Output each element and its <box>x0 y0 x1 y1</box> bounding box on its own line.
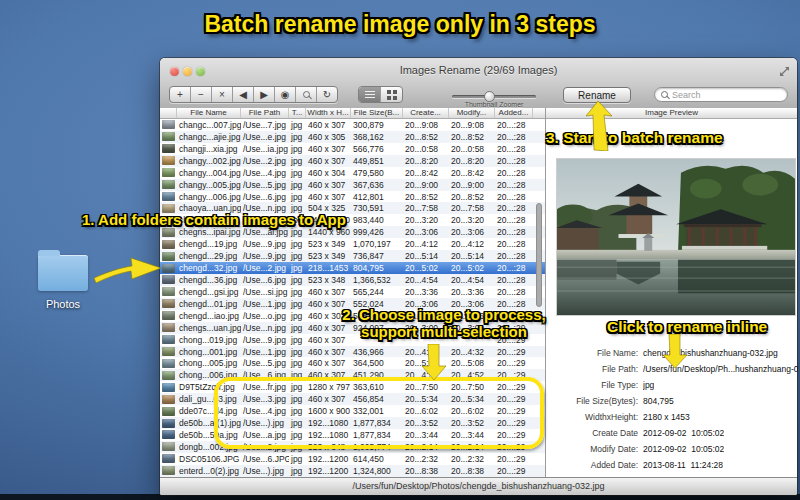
add-button[interactable]: + <box>170 87 191 102</box>
table-row[interactable]: changy...004.jpg/Use...4.jpgjpg460 x 304… <box>160 167 545 179</box>
table-row[interactable]: chong...001.jpg/Use...1.jpgjpg460 x 3074… <box>160 346 545 358</box>
detail-row: File Type:jpg <box>546 377 798 393</box>
detail-label: Added Date: <box>546 460 638 470</box>
cell-dims: 460 x 307 <box>306 155 351 167</box>
photos-folder-icon[interactable] <box>38 255 88 291</box>
status-bar: /Users/fun/Desktop/Photos/chengde_bishus… <box>160 477 797 495</box>
table-scrollbar[interactable] <box>536 203 542 307</box>
cell-create: 20...3:20 <box>403 214 449 226</box>
arrow-down-icon <box>422 344 446 380</box>
cell-name: chong...019.jpg <box>177 334 241 346</box>
grid-view-button[interactable] <box>381 87 402 102</box>
detail-row: Modify Date:2012-09-02 10:05:02 <box>546 441 798 457</box>
next-button[interactable]: ▶ <box>254 87 275 102</box>
column-header-0[interactable] <box>160 108 177 118</box>
cell-type: jpg <box>289 191 306 203</box>
previous-button[interactable]: ◀ <box>233 87 254 102</box>
photos-folder-label: Photos <box>18 298 108 310</box>
cell-type: jpg <box>289 334 306 346</box>
cell-name: chengd...01.jpg <box>177 298 241 310</box>
cell-modify: 20...9:00 <box>449 179 495 191</box>
cell-size: 436,966 <box>351 346 403 358</box>
table-row[interactable]: chengd...29.jpg/Use...9.jpgjpg523 x 3497… <box>160 250 545 262</box>
table-row[interactable]: changc...007.jpg/Use...7.jpgjpg460 x 307… <box>160 119 545 131</box>
cell-size: 449,851 <box>351 155 403 167</box>
cell-added: 20...:28 <box>495 131 533 143</box>
table-row[interactable]: chegns...ipai.jpg/Use...ai.jpgjpg1440 x … <box>160 226 545 238</box>
table-row[interactable]: enterd...0(2).jpg/Use...).jpgjpg192...12… <box>160 465 545 477</box>
cell-size: 566,776 <box>351 143 403 155</box>
cell-added: 20...:28 <box>495 179 533 191</box>
table-row[interactable]: chengd...36.jpg/Use...6.jpgjpg523 x 3481… <box>160 274 545 286</box>
table-row[interactable]: changy...006.jpg/Use...6.jpgjpg460 x 307… <box>160 191 545 203</box>
column-header-2[interactable]: File Path <box>241 108 289 118</box>
row-thumbnail <box>160 381 177 393</box>
cell-type: jpg <box>289 179 306 191</box>
column-header-1[interactable]: File Name <box>177 108 241 118</box>
cell-name: changc...007.jpg <box>177 119 241 131</box>
table-row[interactable]: chengd...32.jpg/Use...2.jpgjpg218...1453… <box>160 262 545 274</box>
cell-create: 20...3:06 <box>403 226 449 238</box>
cell-path: /Use...9.jpg <box>241 238 289 250</box>
cell-dims: 523 x 349 <box>306 250 351 262</box>
cell-added: 20...:28 <box>495 167 533 179</box>
search-input[interactable] <box>672 90 772 100</box>
column-header-6[interactable]: Create... <box>403 108 449 118</box>
column-header-4[interactable]: Width x H... <box>306 108 351 118</box>
cell-size: 367,636 <box>351 179 403 191</box>
cell-path: /Use...6.jpg <box>241 191 289 203</box>
table-row[interactable]: chengd...gsi.jpg/Use...si.jpgjpg460 x 30… <box>160 286 545 298</box>
cell-added: 20...:28 <box>495 214 533 226</box>
delete-button[interactable]: × <box>212 87 233 102</box>
row-thumbnail <box>160 369 177 381</box>
table-row[interactable]: chengd...19.jpg/Use...9.jpgjpg523 x 3491… <box>160 238 545 250</box>
cell-modify: 20...5:08 <box>449 357 495 369</box>
cell-create: 20...8:52 <box>403 191 449 203</box>
cell-type: jpg <box>289 155 306 167</box>
cell-dims: 218...1453 <box>306 262 351 274</box>
cell-size: 300,879 <box>351 119 403 131</box>
detail-label: File Name: <box>546 348 638 358</box>
cell-path: /Use...5.jpg <box>241 179 289 191</box>
cell-create: 20...8:20 <box>403 155 449 167</box>
annotation-rename-inline: Click to rename inline <box>607 318 767 336</box>
cell-name: changy...002.jpg <box>177 155 241 167</box>
cell-added: 20...:28 <box>495 155 533 167</box>
title-bar[interactable]: Images Rename (29/69 Images) <box>160 58 797 84</box>
table-row[interactable]: changc...ajie.jpg/Use...e.jpgjpg460 x 30… <box>160 131 545 143</box>
column-header-8[interactable]: Added... <box>495 108 533 118</box>
search-icon <box>661 91 668 98</box>
column-header-3[interactable]: T... <box>289 108 306 118</box>
cell-path: /Use...2.jpg <box>241 155 289 167</box>
fullscreen-icon[interactable] <box>779 66 790 77</box>
search-field[interactable] <box>654 87 788 102</box>
annotation-step2: 2. Choose image to process, support mult… <box>338 306 550 340</box>
table-row[interactable]: changy...005.jpg/Use...5.jpgjpg460 x 307… <box>160 179 545 191</box>
cell-modify: 20...5:02 <box>449 262 495 274</box>
cell-size: 412,801 <box>351 191 403 203</box>
table-row[interactable]: DSC05106.JPG/Use...6.JPGjpg192...1200614… <box>160 453 545 465</box>
cell-type: jpg <box>289 274 306 286</box>
table-row[interactable]: chong...005.jpg/Use...5.jpgjpg460 x 3073… <box>160 357 545 369</box>
cell-size: 364,500 <box>351 357 403 369</box>
refresh-button[interactable]: ↻ <box>317 87 337 102</box>
cell-create: 20...2:32 <box>403 453 449 465</box>
row-thumbnail <box>160 334 177 346</box>
detail-label: File Type: <box>546 380 638 390</box>
cell-modify: 20...4:54 <box>449 274 495 286</box>
preview-button[interactable]: ◉ <box>275 87 296 102</box>
list-view-button[interactable] <box>359 87 381 102</box>
cell-path: /Use...9.jpg <box>241 250 289 262</box>
column-header-5[interactable]: File Size(B... <box>351 108 403 118</box>
row-thumbnail <box>160 393 177 405</box>
annotation-headline: Batch rename image only in 3 steps <box>0 11 800 38</box>
search-button[interactable] <box>296 87 317 102</box>
cell-type: jpg <box>289 119 306 131</box>
table-row[interactable]: changji...xia.jpg/Use...ia.jpgjpg460 x 3… <box>160 143 545 155</box>
remove-button[interactable]: − <box>191 87 212 102</box>
cell-size: 730,591 <box>351 202 403 214</box>
thumbnail-zoomer-slider[interactable] <box>452 91 536 101</box>
table-row[interactable]: changy...002.jpg/Use...2.jpgjpg460 x 307… <box>160 155 545 167</box>
cell-name: chengd...gsi.jpg <box>177 286 241 298</box>
column-header-7[interactable]: Modify... <box>449 108 495 118</box>
